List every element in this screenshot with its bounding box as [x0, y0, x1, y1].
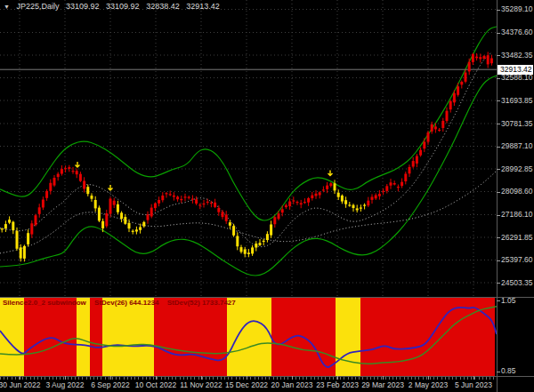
- time-axis-label: 23 Feb 2023: [316, 381, 359, 389]
- price-axis-border: [497, 0, 498, 392]
- time-axis-tick: [428, 376, 429, 380]
- ohlc-close: 32913.42: [186, 2, 220, 11]
- price-axis-label: 27186.10: [501, 211, 532, 219]
- chart-dropdown-icon[interactable]: ▼: [4, 4, 10, 10]
- indicator-name: Silence2.0_2 subwindow: [3, 299, 86, 307]
- quiet-market-zone: [336, 298, 360, 376]
- price-axis-tick: [497, 192, 500, 193]
- time-axis-tick: [110, 376, 111, 380]
- upper-band-line: [0, 27, 497, 220]
- subwindow-scale-tick: [497, 300, 500, 301]
- indicator-metric-1: StDev(26) 644.1234: [94, 299, 159, 307]
- time-axis-tick: [65, 376, 66, 380]
- price-axis-label: 33482.35: [501, 52, 532, 60]
- symbol-period-label: JP225,Daily: [16, 2, 59, 11]
- volatility-bands: [0, 27, 497, 276]
- time-axis-label: 11 Nov 2022: [180, 381, 222, 389]
- time-axis-tick: [473, 376, 474, 380]
- subwindow-separator[interactable]: [0, 297, 534, 298]
- subwindow-scale-top: 1.05: [501, 297, 516, 305]
- ohlc-header: ▼ JP225,Daily 33109.92 33109.92 32838.42…: [4, 2, 224, 11]
- time-axis-label: 20 Jan 2023: [271, 381, 313, 389]
- active-market-zone: [360, 298, 495, 376]
- time-axis-tick: [337, 376, 338, 380]
- lower-band-line: [0, 76, 497, 276]
- time-axis-tick: [292, 376, 293, 380]
- time-axis-label: 29 Mar 2023: [361, 381, 404, 389]
- time-axis-tick: [201, 376, 202, 380]
- indicator-metric-2: StDev(52) 1733.7427: [167, 299, 236, 307]
- price-axis-label: 35289.10: [501, 5, 532, 13]
- time-axis-minor-ticks: [0, 377, 497, 380]
- price-axis-label: 34376.60: [501, 28, 532, 36]
- active-market-zone: [90, 298, 102, 376]
- slow-ma-dotted-line: [0, 171, 497, 253]
- price-axis-label: 26291.85: [501, 234, 532, 242]
- subwindow-title: Silence2.0_2 subwindow StDev(26) 644.123…: [3, 299, 242, 307]
- price-axis-label: 31693.85: [501, 97, 532, 105]
- price-axis-tick: [497, 33, 500, 34]
- time-axis-label: 30 Jun 2022: [0, 381, 40, 389]
- time-axis-label: 10 Oct 2022: [135, 381, 176, 389]
- ohlc-high: 33109.92: [106, 2, 140, 11]
- price-axis-tick: [497, 100, 500, 101]
- price-axis-label: 24503.35: [501, 279, 532, 287]
- sell-arrow-icon: [328, 171, 333, 176]
- price-axis-label: 28098.60: [501, 188, 532, 196]
- active-market-zone: [154, 298, 227, 376]
- price-axis-tick: [497, 260, 500, 261]
- current-price-badge: 32913.42: [498, 65, 533, 75]
- price-axis-tick: [497, 147, 500, 148]
- price-axis-tick: [497, 215, 500, 216]
- volatility-zones: [0, 298, 495, 376]
- price-axis-tick: [497, 237, 500, 238]
- price-axis-label: 32588.10: [501, 74, 532, 82]
- price-axis-label: 25397.60: [501, 256, 532, 264]
- time-axis-tick: [247, 376, 247, 380]
- quiet-market-zone: [77, 298, 90, 376]
- time-axis-label: 15 Dec 2022: [225, 381, 268, 389]
- ohlc-open: 33109.92: [66, 2, 100, 11]
- time-axis-tick: [383, 376, 384, 380]
- subwindow-scale-bottom: 0.85: [501, 367, 516, 375]
- active-market-zone: [24, 298, 77, 376]
- sell-arrow-markers: [76, 162, 333, 190]
- quiet-market-zone: [102, 298, 154, 376]
- ohlc-low: 32838.42: [146, 2, 180, 11]
- sell-arrow-icon: [76, 162, 80, 167]
- mt4-chart-window: ▼ JP225,Daily 33109.92 33109.92 32838.42…: [0, 0, 534, 392]
- main-price-chart[interactable]: [0, 0, 497, 297]
- price-axis-tick: [497, 78, 500, 79]
- price-axis-tick: [497, 283, 500, 284]
- price-axis-tick: [497, 55, 500, 56]
- time-axis-tick: [20, 376, 20, 380]
- subwindow-scale-tick: [497, 372, 500, 372]
- quiet-market-zone: [0, 298, 24, 376]
- time-axis-label: 5 Jun 2023: [455, 381, 492, 389]
- price-axis-tick: [497, 10, 500, 11]
- price-axis-tick: [497, 169, 500, 170]
- price-axis-label: 28992.85: [501, 165, 532, 173]
- time-axis-label: 2 May 2023: [409, 381, 448, 389]
- price-axis-label: 29887.10: [501, 142, 532, 150]
- quiet-market-zone: [227, 298, 271, 376]
- indicator-subwindow[interactable]: [0, 298, 497, 376]
- time-axis-label: 6 Sep 2022: [91, 381, 129, 389]
- price-axis-tick: [497, 124, 500, 124]
- time-axis-tick: [156, 376, 157, 380]
- time-axis-label: 3 Aug 2022: [45, 381, 84, 389]
- sell-arrow-icon: [109, 185, 113, 190]
- price-axis-label: 30781.35: [501, 120, 532, 128]
